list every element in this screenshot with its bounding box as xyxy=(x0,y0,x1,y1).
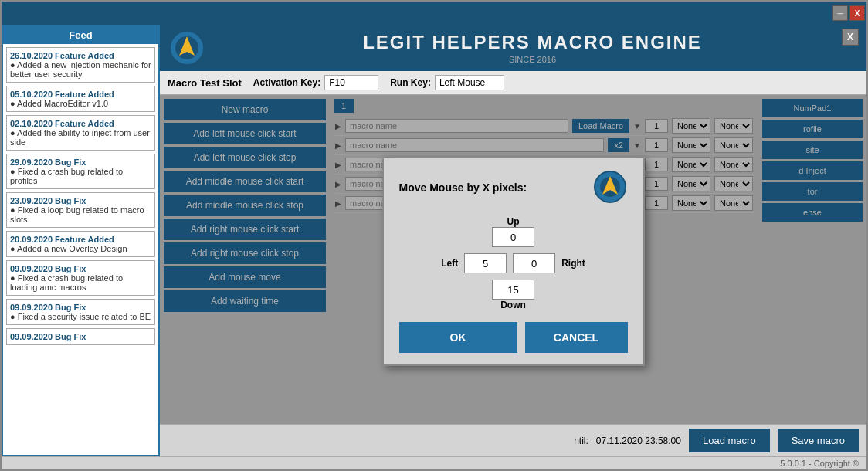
modal-content: Move Mouse by X pixels: Up xyxy=(384,158,643,364)
feed-item-text: ● Added a new injection mechanic for bet… xyxy=(10,60,151,79)
feed-item-date: 09.09.2020 Bug Fix xyxy=(10,303,151,312)
up-input[interactable] xyxy=(492,227,534,247)
feed-item-date: 05.10.2020 Feature Added xyxy=(10,90,151,99)
feed-item-date: 02.10.2020 Feature Added xyxy=(10,119,151,128)
feed-item: 05.10.2020 Feature Added● Added MacroEdi… xyxy=(6,86,155,112)
feed-item-text: ● Added MacroEditor v1.0 xyxy=(10,99,151,108)
modal-logo-icon xyxy=(593,170,628,205)
bottom-section: New macro Add left mouse click start Add… xyxy=(160,95,866,424)
bottom-bar: ntil: 07.11.2020 23:58:00 Load macro Sav… xyxy=(160,424,866,456)
run-key-input[interactable] xyxy=(435,75,504,90)
feed-item: 29.09.2020 Bug Fix● Fixed a crash bug re… xyxy=(6,154,155,189)
modal-ok-button[interactable]: OK xyxy=(399,322,517,353)
feed-item: 26.10.2020 Feature Added● Added a new in… xyxy=(6,47,155,83)
feed-item: 23.09.2020 Bug Fix● Fixed a loop bug rel… xyxy=(6,192,155,228)
load-macro-button[interactable]: Load macro xyxy=(689,429,770,452)
feed-item-date: 23.09.2020 Bug Fix xyxy=(10,196,151,205)
feed-item: 20.09.2020 Feature Added● Added a new Ov… xyxy=(6,231,155,257)
modal-box: Move Mouse by X pixels: Up xyxy=(382,157,645,366)
modal-heading: Move Mouse by X pixels: xyxy=(399,170,628,205)
run-key-label: Run Key: xyxy=(390,77,431,88)
activation-input[interactable] xyxy=(324,75,378,90)
modal-overlay: Move Mouse by X pixels: Up xyxy=(160,95,866,424)
title-bar: ─ X xyxy=(2,2,866,25)
activation-label: Activation Key: xyxy=(253,77,320,88)
up-label: Up xyxy=(507,216,520,227)
feed-item: 09.09.2020 Bug Fix xyxy=(6,328,155,345)
logo-icon xyxy=(168,29,206,67)
feed-content[interactable]: 26.10.2020 Feature Added● Added a new in… xyxy=(3,44,158,455)
run-key-field: Run Key: xyxy=(390,75,504,90)
feed-panel: Feed 26.10.2020 Feature Added● Added a n… xyxy=(2,25,160,456)
header-section: LEGIT HELPERS MACRO ENGINE SINCE 2016 X xyxy=(160,25,866,71)
header-close-button[interactable]: X xyxy=(842,29,859,46)
content-area: Feed 26.10.2020 Feature Added● Added a n… xyxy=(2,25,866,456)
feed-item-text: ● Fixed a loop bug related to macro slot… xyxy=(10,205,151,224)
bottom-info: ntil: xyxy=(574,435,588,446)
left-input[interactable] xyxy=(464,253,507,273)
app-window: ─ X Feed 26.10.2020 Feature Added● Added… xyxy=(0,0,868,471)
save-macro-button[interactable]: Save macro xyxy=(778,429,859,452)
header-title-part1: LEGIT HELPERS xyxy=(363,32,537,53)
header-subtitle: SINCE 2016 xyxy=(206,55,859,64)
macro-slot-label: Macro Test Slot xyxy=(168,77,242,89)
left-label: Left xyxy=(441,258,458,269)
feed-item-text: ● Fixed a crash bug related to loading a… xyxy=(10,273,151,292)
feed-item-text: ● Added a new Overlay Design xyxy=(10,244,151,253)
header-title: LEGIT HELPERS MACRO ENGINE xyxy=(206,32,859,53)
feed-title: Feed xyxy=(3,26,158,44)
modal-cancel-button[interactable]: CANCEL xyxy=(525,322,628,353)
activation-field: Activation Key: xyxy=(253,75,378,90)
feed-item: 09.09.2020 Bug Fix● Fixed a crash bug re… xyxy=(6,260,155,296)
version-bar: 5.0.0.1 - Copyright © xyxy=(2,456,866,469)
feed-item-date: 09.09.2020 Bug Fix xyxy=(10,332,151,341)
header-title-area: LEGIT HELPERS MACRO ENGINE SINCE 2016 xyxy=(206,32,859,64)
feed-item-date: 09.09.2020 Bug Fix xyxy=(10,264,151,273)
macro-bar: Macro Test Slot Activation Key: Run Key: xyxy=(160,71,866,95)
modal-heading-text: Move Mouse by X pixels: xyxy=(399,181,527,194)
right-input[interactable] xyxy=(513,253,555,273)
logo-area xyxy=(168,29,206,67)
feed-item-text: ● Fixed a crash bug related to profiles xyxy=(10,167,151,185)
feed-item: 09.09.2020 Bug Fix● Fixed a security iss… xyxy=(6,299,155,325)
feed-item-text: ● Fixed a security issue related to BE xyxy=(10,312,151,321)
down-label: Down xyxy=(500,300,526,310)
main-panel: LEGIT HELPERS MACRO ENGINE SINCE 2016 X … xyxy=(160,25,866,456)
feed-item-date: 26.10.2020 Feature Added xyxy=(10,51,151,60)
bottom-datetime: 07.11.2020 23:58:00 xyxy=(596,435,681,446)
window-controls: ─ X xyxy=(831,2,866,25)
modal-buttons: OK CANCEL xyxy=(399,322,628,353)
feed-item-text: ● Added the ability to inject from user … xyxy=(10,128,151,147)
close-button[interactable]: X xyxy=(849,5,865,21)
down-input[interactable] xyxy=(492,280,534,300)
header-title-part2: MACRO ENGINE xyxy=(537,32,702,53)
feed-item-date: 29.09.2020 Bug Fix xyxy=(10,158,151,167)
minimize-button[interactable]: ─ xyxy=(832,5,848,21)
feed-item-date: 20.09.2020 Feature Added xyxy=(10,235,151,244)
feed-item: 02.10.2020 Feature Added● Added the abil… xyxy=(6,115,155,151)
right-label: Right xyxy=(561,258,585,269)
